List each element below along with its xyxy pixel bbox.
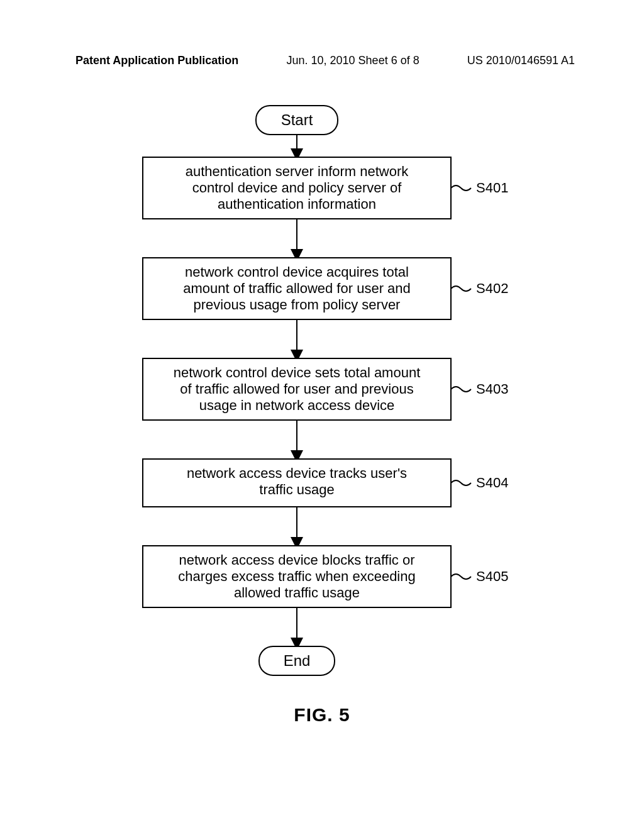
terminator-start: Start xyxy=(256,106,338,135)
connector-tilde xyxy=(451,286,471,291)
connector-tilde xyxy=(451,185,471,191)
step-text: of traffic allowed for user and previous xyxy=(180,381,413,397)
step-text: traffic usage xyxy=(259,482,334,497)
page-header: Patent Application Publication Jun. 10, … xyxy=(0,54,644,67)
step-text: control device and policy server of xyxy=(192,180,402,196)
step-s403: network control device sets total amount… xyxy=(143,358,508,420)
connector-tilde xyxy=(451,480,471,485)
step-text: network access device blocks traffic or xyxy=(179,552,415,568)
step-s404: network access device tracks user's traf… xyxy=(143,459,508,507)
step-id: S401 xyxy=(476,180,508,196)
step-text: amount of traffic allowed for user and xyxy=(183,280,411,296)
step-text: authentication server inform network xyxy=(186,163,409,179)
header-left: Patent Application Publication xyxy=(75,54,238,67)
step-text: usage in network access device xyxy=(199,397,395,413)
step-text: allowed traffic usage xyxy=(234,585,360,600)
step-text: network control device acquires total xyxy=(185,264,409,280)
header-right: US 2010/0146591 A1 xyxy=(467,54,575,67)
step-text: network control device sets total amount xyxy=(174,365,421,380)
step-s401: authentication server inform network con… xyxy=(143,157,508,219)
step-text: charges excess traffic when exceeding xyxy=(178,568,415,584)
step-s405: network access device blocks traffic or … xyxy=(143,546,508,607)
step-id: S403 xyxy=(476,381,508,397)
step-id: S404 xyxy=(476,475,508,490)
step-s402: network control device acquires total am… xyxy=(143,258,508,319)
terminator-end-label: End xyxy=(284,652,311,669)
step-text: previous usage from policy server xyxy=(194,297,401,313)
terminator-end: End xyxy=(259,646,335,675)
step-id: S402 xyxy=(476,280,508,296)
connector-tilde xyxy=(451,387,471,392)
step-text: network access device tracks user's xyxy=(187,465,407,481)
step-id: S405 xyxy=(476,568,508,584)
step-text: authentication information xyxy=(218,196,376,212)
figure-label: FIG. 5 xyxy=(0,704,644,726)
header-mid: Jun. 10, 2010 Sheet 6 of 8 xyxy=(287,54,419,67)
connector-tilde xyxy=(451,574,471,579)
terminator-start-label: Start xyxy=(281,111,313,128)
